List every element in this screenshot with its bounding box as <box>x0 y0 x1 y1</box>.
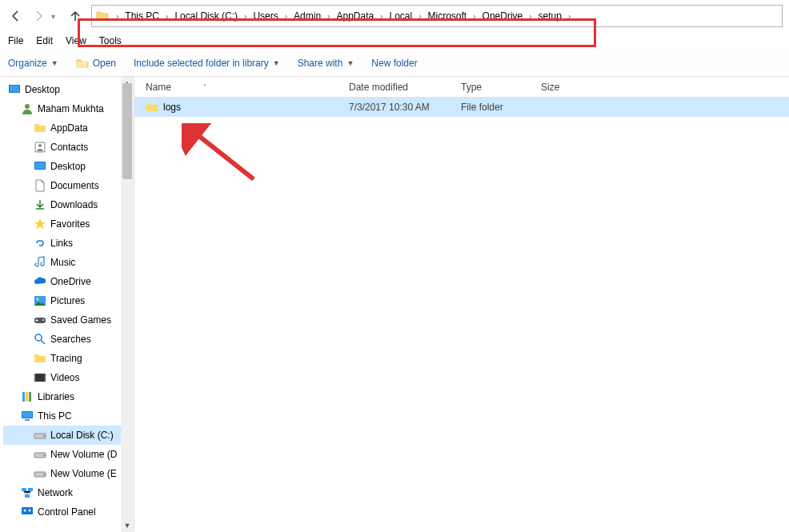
menu-bar: File Edit View Tools <box>0 32 789 50</box>
tree-desktop2[interactable]: Desktop <box>3 157 134 176</box>
navigation-tree: Desktop Maham Mukhta AppData Contacts De… <box>0 77 134 532</box>
desktop-icon <box>34 160 46 173</box>
chevron-right-icon[interactable]: › <box>324 12 333 21</box>
breadcrumb-item[interactable]: AppData <box>333 6 377 26</box>
tree-savedgames[interactable]: Saved Games <box>3 310 134 330</box>
chevron-right-icon[interactable]: › <box>282 12 290 21</box>
tree-libraries[interactable]: Libraries <box>3 387 134 406</box>
breadcrumb-item[interactable]: Local <box>386 6 416 26</box>
tree-documents[interactable]: Documents <box>3 176 134 195</box>
menu-edit[interactable]: Edit <box>36 35 53 46</box>
share-with-button[interactable]: Share with ▼ <box>298 58 354 69</box>
tree-label: Local Disk (C:) <box>50 430 114 441</box>
chevron-right-icon[interactable]: › <box>526 12 535 21</box>
svg-rect-28 <box>28 488 33 491</box>
column-label: Name <box>146 82 171 93</box>
tree-label: New Volume (E <box>50 468 117 479</box>
tree-favorites[interactable]: Favorites <box>3 214 134 234</box>
videos-icon <box>34 371 46 384</box>
svg-rect-17 <box>29 392 31 402</box>
tree-label: Saved Games <box>50 314 111 326</box>
tree-label: Contacts <box>50 142 88 153</box>
tree-label: Searches <box>50 334 91 345</box>
breadcrumb-item[interactable]: Admin <box>290 6 324 26</box>
file-row[interactable]: logs 7/3/2017 10:30 AM File folder <box>134 98 789 117</box>
share-label: Share with <box>298 58 343 69</box>
drive-icon <box>34 467 46 480</box>
tree-downloads[interactable]: Downloads <box>3 195 134 214</box>
tree-links[interactable]: Links <box>3 234 134 253</box>
breadcrumb-item[interactable]: OneDrive <box>479 6 527 26</box>
forward-button[interactable] <box>29 6 48 26</box>
tree-label: Tracing <box>50 353 82 364</box>
column-date[interactable]: Date modified <box>342 82 455 93</box>
svg-rect-27 <box>22 488 26 491</box>
main-content: Desktop Maham Mukhta AppData Contacts De… <box>0 77 789 532</box>
file-name: logs <box>163 102 181 113</box>
svg-rect-19 <box>22 412 32 418</box>
column-name[interactable]: Name ˄ <box>134 82 342 93</box>
tree-videos[interactable]: Videos <box>3 368 134 387</box>
tree-contacts[interactable]: Contacts <box>3 138 134 157</box>
tree-label: Network <box>38 487 73 498</box>
tree-desktop[interactable]: Desktop <box>3 80 134 99</box>
new-folder-button[interactable]: New folder <box>371 58 417 69</box>
sort-asc-icon: ˄ <box>203 83 206 90</box>
tree-user[interactable]: Maham Mukhta <box>3 99 134 118</box>
tree-searches[interactable]: Searches <box>3 330 134 349</box>
organize-button[interactable]: Organize ▼ <box>8 58 58 69</box>
scrollbar-thumb[interactable] <box>122 83 132 179</box>
include-library-button[interactable]: Include selected folder in library ▼ <box>134 58 280 69</box>
tree-label: Favorites <box>50 218 90 230</box>
libraries-icon <box>21 390 34 403</box>
breadcrumb-item[interactable]: This PC <box>122 6 162 26</box>
scroll-down-icon[interactable]: ▼ <box>121 519 134 532</box>
drive-icon <box>34 429 46 442</box>
column-type[interactable]: Type <box>455 82 535 93</box>
tree-thispc[interactable]: This PC <box>3 406 134 426</box>
breadcrumb-item[interactable]: setup <box>535 6 565 26</box>
tree-label: AppData <box>50 122 88 134</box>
tree-newvol2[interactable]: New Volume (E <box>3 464 134 483</box>
tree-onedrive[interactable]: OneDrive <box>3 272 134 291</box>
menu-tools[interactable]: Tools <box>99 35 122 46</box>
up-button[interactable] <box>66 6 85 26</box>
menu-view[interactable]: View <box>66 35 86 46</box>
tree-tracing[interactable]: Tracing <box>3 349 134 368</box>
tree-newvol1[interactable]: New Volume (D <box>3 445 134 464</box>
chevron-right-icon[interactable]: › <box>470 12 479 21</box>
svg-rect-1 <box>10 86 19 92</box>
breadcrumb-item[interactable]: Local Disk (C:) <box>171 6 241 26</box>
svg-rect-29 <box>25 494 30 498</box>
tree-pictures[interactable]: Pictures <box>3 291 134 310</box>
tree-network[interactable]: Network <box>3 483 134 502</box>
open-button[interactable]: Open <box>76 57 116 70</box>
tree-label: Libraries <box>38 391 74 402</box>
chevron-right-icon[interactable]: › <box>415 12 424 21</box>
tree-music[interactable]: Music <box>3 253 134 272</box>
breadcrumb-item[interactable]: Users <box>250 6 281 26</box>
svg-point-32 <box>29 510 31 512</box>
tree-localdisk[interactable]: Local Disk (C:) <box>3 426 134 445</box>
chevron-right-icon[interactable]: › <box>113 12 122 21</box>
back-button[interactable] <box>6 6 26 26</box>
controlpanel-icon <box>21 506 34 518</box>
chevron-right-icon[interactable]: › <box>565 12 574 21</box>
tree-label: Control Panel <box>38 506 96 518</box>
tree-appdata[interactable]: AppData <box>3 118 134 138</box>
chevron-right-icon[interactable]: › <box>162 12 171 21</box>
address-bar[interactable]: › This PC › Local Disk (C:) › Users › Ad… <box>91 5 783 27</box>
chevron-right-icon[interactable]: › <box>241 12 250 21</box>
svg-rect-30 <box>22 507 33 514</box>
column-size[interactable]: Size <box>535 82 599 93</box>
open-label: Open <box>93 58 116 69</box>
tree-controlpanel[interactable]: Control Panel <box>3 502 134 522</box>
toolbar: Organize ▼ Open Include selected folder … <box>0 50 789 77</box>
tree-label: Documents <box>50 180 99 191</box>
star-icon <box>34 218 46 230</box>
breadcrumb-item[interactable]: Microsoft <box>425 6 471 26</box>
menu-file[interactable]: File <box>8 35 23 46</box>
history-dropdown[interactable]: ▾ <box>51 12 62 21</box>
chevron-right-icon[interactable]: › <box>377 12 386 21</box>
sidebar-scrollbar[interactable]: ▲ ▼ <box>121 77 134 532</box>
